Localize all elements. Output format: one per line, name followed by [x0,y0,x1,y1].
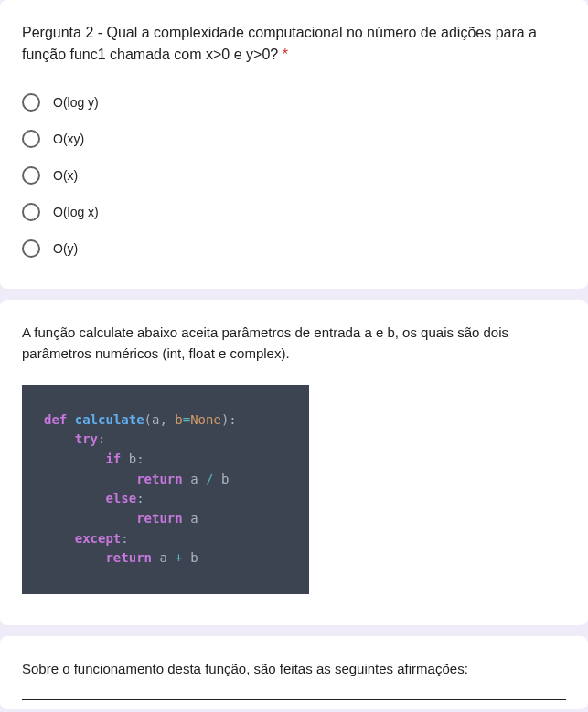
kw-try: try [75,431,98,446]
fn-name: calculate [75,412,144,427]
option-label: O(y) [53,241,78,256]
required-mark: * [283,47,288,62]
params-close: ): [221,412,237,427]
calculate-intro: A função calculate abaixo aceita parâmet… [22,322,566,365]
question-card-2: Pergunta 2 - Qual a complexidade computa… [0,0,588,289]
ret2: a [183,511,198,526]
option-row-oxy[interactable]: O(xy) [22,121,566,157]
radio-icon [22,166,40,185]
kwarg-b: b [175,412,182,427]
question-2-prompt: Pergunta 2 - Qual a complexidade computa… [22,25,537,62]
kw-if: if [105,452,121,466]
colon: : [121,531,128,546]
kw-def: def [44,412,67,427]
question-card-calculate: A função calculate abaixo aceita parâmet… [0,300,588,625]
none: None [190,412,221,427]
option-label: O(x) [53,168,78,183]
radio-icon [22,239,40,258]
params-open: (a, [144,412,176,427]
kw-return: return [105,550,152,565]
kw-else: else [105,491,136,505]
radio-icon [22,93,40,112]
ret-a: a [183,472,206,486]
ret3-a: a [152,550,175,565]
divider [22,699,566,700]
option-row-ox[interactable]: O(x) [22,157,566,194]
question-2-text: Pergunta 2 - Qual a complexidade computa… [22,22,566,66]
option-label: O(xy) [53,132,84,146]
option-label: O(log y) [53,95,99,110]
kw-return: return [136,472,183,486]
code-block-calculate: def calculate(a, b=None): try: if b: ret… [22,385,309,595]
question-card-statements: Sobre o funcionamento desta função, são … [0,636,588,709]
statements-intro: Sobre o funcionamento desta função, são … [22,658,566,679]
option-label: O(log x) [53,205,99,219]
eq: = [183,412,190,427]
kw-return: return [136,511,183,526]
colon: : [136,491,144,505]
ret-b: b [213,472,229,486]
radio-icon [22,203,40,221]
ret3-b: b [183,550,198,565]
option-row-ology[interactable]: O(log y) [22,84,566,121]
if-cond: b: [121,452,144,466]
colon: : [98,431,105,446]
op-plus: + [175,550,182,565]
option-row-oy[interactable]: O(y) [22,230,566,267]
option-row-ologx[interactable]: O(log x) [22,194,566,230]
radio-icon [22,130,40,148]
kw-except: except [75,531,122,546]
